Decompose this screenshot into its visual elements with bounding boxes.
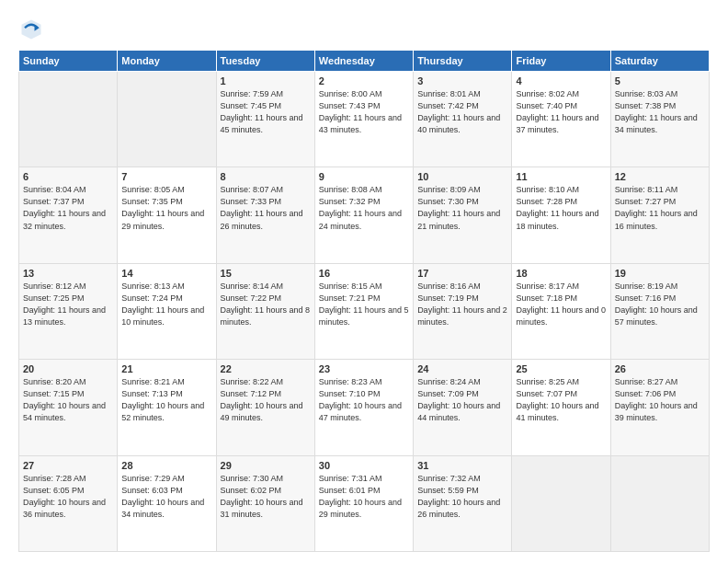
day-number: 22 — [221, 363, 311, 374]
calendar-cell: 30Sunrise: 7:31 AM Sunset: 6:01 PM Dayli… — [314, 455, 413, 551]
day-number: 29 — [221, 460, 311, 471]
weekday-header: Saturday — [610, 51, 709, 72]
weekday-header: Tuesday — [216, 51, 314, 72]
calendar-cell: 3Sunrise: 8:01 AM Sunset: 7:42 PM Daylig… — [414, 72, 512, 167]
day-info: Sunrise: 7:30 AM Sunset: 6:02 PM Dayligh… — [221, 473, 311, 521]
day-number: 4 — [516, 75, 606, 86]
day-info: Sunrise: 8:00 AM Sunset: 7:43 PM Dayligh… — [319, 88, 409, 136]
day-info: Sunrise: 7:59 AM Sunset: 7:45 PM Dayligh… — [221, 88, 311, 136]
calendar-cell: 5Sunrise: 8:03 AM Sunset: 7:38 PM Daylig… — [610, 72, 709, 167]
day-number: 24 — [417, 363, 507, 374]
calendar-cell: 9Sunrise: 8:08 AM Sunset: 7:32 PM Daylig… — [314, 167, 413, 263]
calendar-cell: 22Sunrise: 8:22 AM Sunset: 7:12 PM Dayli… — [216, 360, 314, 455]
weekday-header: Wednesday — [314, 51, 413, 72]
logo-icon — [18, 17, 44, 42]
day-info: Sunrise: 8:15 AM Sunset: 7:21 PM Dayligh… — [319, 281, 409, 328]
day-info: Sunrise: 8:21 AM Sunset: 7:13 PM Dayligh… — [121, 376, 211, 424]
day-info: Sunrise: 8:17 AM Sunset: 7:18 PM Dayligh… — [516, 281, 606, 328]
day-number: 10 — [417, 171, 507, 182]
day-info: Sunrise: 8:09 AM Sunset: 7:30 PM Dayligh… — [417, 184, 507, 232]
day-number: 20 — [23, 363, 113, 374]
day-info: Sunrise: 7:28 AM Sunset: 6:05 PM Dayligh… — [23, 473, 113, 521]
day-number: 3 — [417, 75, 507, 86]
calendar-cell: 23Sunrise: 8:23 AM Sunset: 7:10 PM Dayli… — [314, 360, 413, 455]
day-number: 21 — [121, 363, 211, 374]
calendar-cell: 21Sunrise: 8:21 AM Sunset: 7:13 PM Dayli… — [118, 360, 216, 455]
day-number: 13 — [23, 268, 113, 279]
weekday-row: SundayMondayTuesdayWednesdayThursdayFrid… — [19, 51, 710, 72]
calendar-cell: 2Sunrise: 8:00 AM Sunset: 7:43 PM Daylig… — [314, 72, 413, 167]
day-info: Sunrise: 8:13 AM Sunset: 7:24 PM Dayligh… — [121, 281, 211, 328]
day-info: Sunrise: 8:24 AM Sunset: 7:09 PM Dayligh… — [417, 376, 507, 424]
day-info: Sunrise: 8:14 AM Sunset: 7:22 PM Dayligh… — [221, 281, 311, 328]
day-info: Sunrise: 8:11 AM Sunset: 7:27 PM Dayligh… — [615, 184, 705, 232]
day-info: Sunrise: 8:20 AM Sunset: 7:15 PM Dayligh… — [23, 376, 113, 424]
day-number: 1 — [221, 75, 311, 86]
weekday-header: Monday — [118, 51, 216, 72]
page: SundayMondayTuesdayWednesdayThursdayFrid… — [0, 0, 728, 563]
day-number: 17 — [417, 268, 507, 279]
calendar-cell: 14Sunrise: 8:13 AM Sunset: 7:24 PM Dayli… — [118, 263, 216, 359]
day-info: Sunrise: 8:12 AM Sunset: 7:25 PM Dayligh… — [23, 281, 113, 328]
calendar-cell: 31Sunrise: 7:32 AM Sunset: 5:59 PM Dayli… — [414, 455, 512, 551]
calendar-cell: 28Sunrise: 7:29 AM Sunset: 6:03 PM Dayli… — [118, 455, 216, 551]
day-info: Sunrise: 8:07 AM Sunset: 7:33 PM Dayligh… — [221, 184, 311, 232]
header — [18, 17, 710, 42]
calendar-cell: 20Sunrise: 8:20 AM Sunset: 7:15 PM Dayli… — [19, 360, 118, 455]
calendar-cell: 27Sunrise: 7:28 AM Sunset: 6:05 PM Dayli… — [19, 455, 118, 551]
day-number: 11 — [516, 171, 606, 182]
calendar-cell: 17Sunrise: 8:16 AM Sunset: 7:19 PM Dayli… — [414, 263, 512, 359]
calendar-cell — [610, 455, 709, 551]
day-info: Sunrise: 8:08 AM Sunset: 7:32 PM Dayligh… — [319, 184, 409, 232]
calendar-week-row: 27Sunrise: 7:28 AM Sunset: 6:05 PM Dayli… — [19, 455, 710, 551]
calendar-week-row: 13Sunrise: 8:12 AM Sunset: 7:25 PM Dayli… — [19, 263, 710, 359]
day-info: Sunrise: 7:29 AM Sunset: 6:03 PM Dayligh… — [121, 473, 211, 521]
calendar-cell: 25Sunrise: 8:25 AM Sunset: 7:07 PM Dayli… — [512, 360, 610, 455]
day-number: 31 — [417, 460, 507, 471]
day-number: 6 — [23, 171, 113, 182]
day-number: 26 — [615, 363, 705, 374]
calendar-cell: 19Sunrise: 8:19 AM Sunset: 7:16 PM Dayli… — [610, 263, 709, 359]
day-number: 15 — [221, 268, 311, 279]
calendar-week-row: 20Sunrise: 8:20 AM Sunset: 7:15 PM Dayli… — [19, 360, 710, 455]
calendar-cell — [118, 72, 216, 167]
calendar-cell: 4Sunrise: 8:02 AM Sunset: 7:40 PM Daylig… — [512, 72, 610, 167]
calendar-cell: 18Sunrise: 8:17 AM Sunset: 7:18 PM Dayli… — [512, 263, 610, 359]
calendar-cell: 13Sunrise: 8:12 AM Sunset: 7:25 PM Dayli… — [19, 263, 118, 359]
calendar-cell: 7Sunrise: 8:05 AM Sunset: 7:35 PM Daylig… — [118, 167, 216, 263]
day-info: Sunrise: 8:02 AM Sunset: 7:40 PM Dayligh… — [516, 88, 606, 136]
day-number: 5 — [615, 75, 705, 86]
day-number: 27 — [23, 460, 113, 471]
day-info: Sunrise: 8:22 AM Sunset: 7:12 PM Dayligh… — [221, 376, 311, 424]
day-info: Sunrise: 8:16 AM Sunset: 7:19 PM Dayligh… — [417, 281, 507, 328]
day-number: 2 — [319, 75, 409, 86]
calendar-cell: 15Sunrise: 8:14 AM Sunset: 7:22 PM Dayli… — [216, 263, 314, 359]
day-number: 23 — [319, 363, 409, 374]
logo — [18, 17, 48, 42]
calendar-cell — [512, 455, 610, 551]
day-info: Sunrise: 8:19 AM Sunset: 7:16 PM Dayligh… — [615, 281, 705, 328]
calendar-week-row: 1Sunrise: 7:59 AM Sunset: 7:45 PM Daylig… — [19, 72, 710, 167]
calendar-cell: 10Sunrise: 8:09 AM Sunset: 7:30 PM Dayli… — [414, 167, 512, 263]
weekday-header: Thursday — [414, 51, 512, 72]
day-info: Sunrise: 8:23 AM Sunset: 7:10 PM Dayligh… — [319, 376, 409, 424]
day-number: 7 — [121, 171, 211, 182]
day-info: Sunrise: 7:32 AM Sunset: 5:59 PM Dayligh… — [417, 473, 507, 521]
calendar-body: 1Sunrise: 7:59 AM Sunset: 7:45 PM Daylig… — [19, 72, 710, 552]
day-number: 30 — [319, 460, 409, 471]
day-info: Sunrise: 8:27 AM Sunset: 7:06 PM Dayligh… — [615, 376, 705, 424]
day-info: Sunrise: 8:10 AM Sunset: 7:28 PM Dayligh… — [516, 184, 606, 232]
day-number: 16 — [319, 268, 409, 279]
day-number: 12 — [615, 171, 705, 182]
day-info: Sunrise: 7:31 AM Sunset: 6:01 PM Dayligh… — [319, 473, 409, 521]
calendar-header: SundayMondayTuesdayWednesdayThursdayFrid… — [19, 51, 710, 72]
calendar-week-row: 6Sunrise: 8:04 AM Sunset: 7:37 PM Daylig… — [19, 167, 710, 263]
calendar-cell: 29Sunrise: 7:30 AM Sunset: 6:02 PM Dayli… — [216, 455, 314, 551]
weekday-header: Friday — [512, 51, 610, 72]
calendar-cell: 24Sunrise: 8:24 AM Sunset: 7:09 PM Dayli… — [414, 360, 512, 455]
day-info: Sunrise: 8:04 AM Sunset: 7:37 PM Dayligh… — [23, 184, 113, 232]
calendar-table: SundayMondayTuesdayWednesdayThursdayFrid… — [18, 50, 710, 552]
calendar-cell: 16Sunrise: 8:15 AM Sunset: 7:21 PM Dayli… — [314, 263, 413, 359]
day-number: 9 — [319, 171, 409, 182]
calendar-cell: 11Sunrise: 8:10 AM Sunset: 7:28 PM Dayli… — [512, 167, 610, 263]
